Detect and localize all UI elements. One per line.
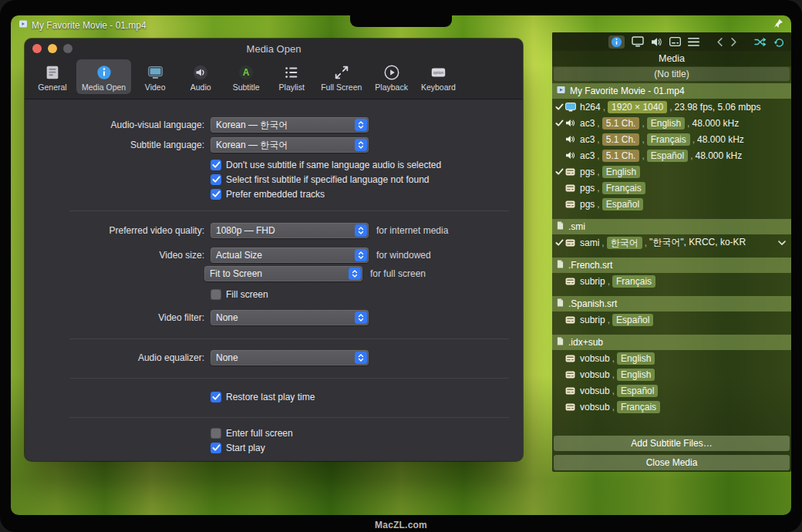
cc-icon	[565, 278, 580, 285]
track-row[interactable]: h264,1920 × 1040,23.98 fps, 5.06 mbps	[552, 99, 791, 115]
chevron-left-icon[interactable]	[716, 37, 723, 47]
track-row[interactable]: vobsub,Español	[552, 382, 791, 399]
track-text: pgs	[580, 167, 595, 177]
video-filter-select[interactable]: None	[211, 310, 369, 325]
tab-subtitle[interactable]: A Subtitle	[224, 59, 268, 94]
preferred-video-quality-label: Preferred video quality:	[25, 225, 211, 236]
checkbox-icon	[211, 189, 221, 200]
panel-title: Media	[552, 51, 791, 66]
media-open-dialog: Media Open General Media Open Video	[25, 39, 523, 461]
audio-visual-language-select[interactable]: Korean — 한국어	[211, 117, 369, 133]
shuffle-icon[interactable]	[754, 37, 767, 47]
track-row[interactable]: vobsub,English	[552, 350, 791, 366]
track-info: vobsub,English	[580, 369, 788, 381]
checkbox-enter-full-screen[interactable]: Enter full screen	[211, 426, 523, 440]
separator: ,	[612, 386, 615, 396]
minimize-button[interactable]	[48, 44, 57, 53]
tab-video[interactable]: Video	[133, 59, 177, 94]
dialog-header: Media Open General Media Open Video	[25, 39, 523, 99]
track-row[interactable]: pgs,Español	[552, 196, 791, 212]
separator: ,	[645, 237, 647, 248]
dialog-title: Media Open	[247, 43, 302, 55]
track-row[interactable]: subrip,Español	[552, 311, 791, 328]
fullscreen-icon	[333, 62, 350, 82]
media-group: .idx+subvobsub,Englishvobsub,Englishvobs…	[552, 335, 791, 415]
stepper-icon	[349, 268, 361, 280]
add-subtitle-files-button[interactable]: Add Subtitle Files…	[554, 436, 790, 451]
checkbox-icon	[211, 160, 221, 170]
track-row[interactable]: vobsub,Français	[552, 399, 791, 415]
close-button[interactable]	[32, 44, 42, 53]
track-row[interactable]: ac3,5.1 Ch.,Français,48.000 kHz	[552, 131, 791, 147]
track-row[interactable]: subrip,Français	[552, 273, 791, 289]
display-icon[interactable]	[632, 36, 644, 47]
pin-icon[interactable]	[773, 19, 783, 29]
tab-full-screen[interactable]: Full Screen	[315, 59, 367, 94]
dialog-titlebar[interactable]: Media Open	[25, 39, 523, 59]
chevron-right-icon[interactable]	[730, 37, 737, 47]
preferred-video-quality-select[interactable]: 1080p — FHD	[211, 223, 369, 238]
tab-audio[interactable]: Audio	[179, 59, 222, 94]
tab-keyboard[interactable]: option Keyboard	[416, 59, 461, 94]
track-text: pgs	[580, 183, 595, 194]
audio-equalizer-select[interactable]: None	[211, 350, 369, 365]
stepper-icon	[355, 224, 367, 237]
checkbox-start-play[interactable]: Start play	[211, 440, 523, 455]
separator: ,	[608, 276, 610, 287]
group-label: .idx+sub	[568, 337, 603, 348]
separator: ,	[612, 402, 615, 412]
checkbox-fill-screen[interactable]: Fill screen	[211, 287, 523, 301]
media-title-field[interactable]: (No title)	[554, 67, 790, 81]
speaker-icon[interactable]	[651, 37, 662, 47]
separator: ,	[669, 102, 672, 113]
tab-media-open[interactable]: Media Open	[76, 59, 131, 94]
checkbox-restore-last-play-time[interactable]: Restore last play time	[211, 389, 523, 404]
speaker-icon	[565, 151, 580, 160]
separator: ,	[642, 134, 644, 145]
track-row[interactable]: ac3,5.1 Ch.,Español,48.000 kHz	[552, 147, 791, 163]
check-icon	[554, 120, 565, 127]
video-size-fullscreen-select[interactable]: Fit to Screen	[204, 266, 362, 281]
separator: ,	[602, 237, 604, 248]
track-row[interactable]: sami,한국어,"한국어", KRCC, ko-KR	[552, 234, 791, 251]
tag-lang: English	[617, 369, 655, 381]
tab-label: Playback	[375, 82, 408, 92]
repeat-icon[interactable]	[773, 37, 785, 47]
keyboard-icon: option	[430, 62, 447, 82]
info-icon[interactable]	[608, 35, 625, 49]
track-row[interactable]: pgs,Français	[552, 180, 791, 196]
close-media-button[interactable]: Close Media	[554, 455, 790, 470]
window-title-text: My Favorite Movie - 01.mp4	[32, 20, 147, 31]
cc-icon	[565, 316, 580, 324]
track-info: subrip,Français	[580, 275, 788, 288]
checkbox-prefer-embedded[interactable]: Prefer embedded tracks	[211, 187, 523, 201]
preferences-toolbar: General Media Open Video Audio	[25, 59, 523, 99]
window-title: My Favorite Movie - 01.mp4	[19, 19, 147, 31]
track-text: ac3	[580, 134, 595, 145]
track-row[interactable]: ac3,5.1 Ch.,English,48.000 kHz	[552, 115, 791, 131]
separator: ,	[603, 102, 605, 113]
stepper-icon	[355, 352, 367, 364]
track-info: pgs,English	[580, 166, 788, 178]
separator: ,	[612, 353, 615, 364]
playlist-icon[interactable]	[688, 37, 699, 47]
checkbox-label: Select first subtitle if specified langu…	[226, 174, 430, 185]
tab-playback[interactable]: Playback	[369, 59, 413, 94]
track-info: ac3,5.1 Ch.,Français,48.000 kHz	[580, 133, 788, 146]
tag-ch: 5.1 Ch.	[602, 133, 640, 146]
checkbox-select-first-subtitle[interactable]: Select first subtitle if specified langu…	[211, 172, 523, 187]
doc-icon	[557, 221, 564, 232]
track-row[interactable]: pgs,English	[552, 163, 791, 180]
field-suffix: for internet media	[376, 225, 448, 236]
tab-playlist[interactable]: Playlist	[270, 59, 313, 94]
video-size-windowed-select[interactable]: Actual Size	[211, 247, 369, 263]
checkbox-dont-use-subtitle[interactable]: Don't use subtitle if same language audi…	[211, 157, 523, 172]
tag-ch: 5.1 Ch.	[602, 150, 640, 162]
separator: ,	[612, 369, 615, 380]
subtitle-language-select[interactable]: Korean — 한국어	[211, 137, 369, 153]
track-row[interactable]: vobsub,English	[552, 366, 791, 382]
subtitle-icon[interactable]	[669, 37, 681, 46]
tab-general[interactable]: General	[31, 59, 74, 94]
film-icon	[557, 86, 565, 96]
chevron-down-icon[interactable]	[778, 241, 788, 245]
